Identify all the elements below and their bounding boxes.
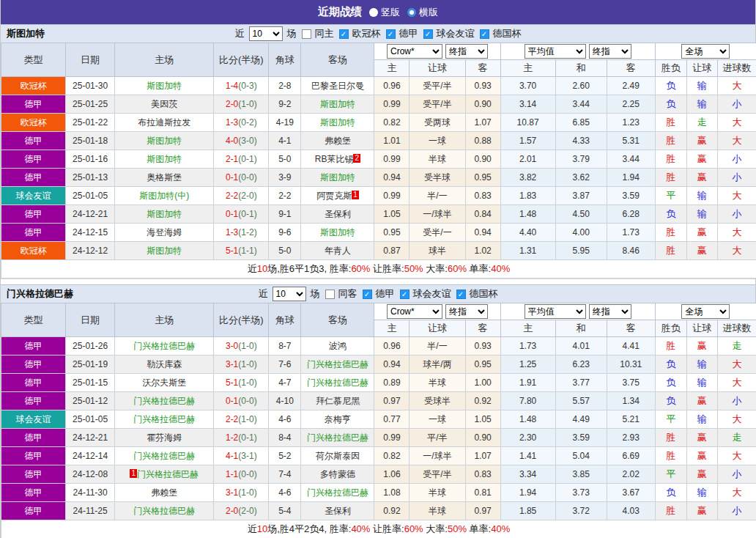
section-team-name: 斯图加特 [7,27,45,40]
average-odds-cell-0: 3.70 [500,77,555,95]
handicap-odds-cell-0: 0.95 [374,224,410,242]
bookmaker-select[interactable]: Crow* [387,304,442,319]
col-home-header: 主场 [115,303,214,337]
competition-label-0: 欧冠杯 [352,27,381,40]
same-venue-checkbox[interactable] [325,290,335,299]
match-row: 德甲24-12-081门兴格拉德巴赫1-1(0-0)7-4多特蒙德1.06受平/… [1,465,756,484]
result-cell-2: 大 [717,224,756,242]
radio-unselected-icon [407,8,416,17]
average-odds-cell-0: 1.25 [500,355,555,374]
competition-checkbox-2[interactable]: ✓ [456,290,466,299]
summary-stat-value: 40% [491,263,510,274]
competition-type-cell: 德甲 [1,429,66,447]
odds-stage-select[interactable]: 终指 [445,304,488,319]
result-cell-1: 赢 [686,242,717,260]
match-count-select[interactable]: 10 [249,26,283,41]
corner-cell: 2-2 [269,187,301,205]
handicap-odds-cell-0: 0.99 [374,429,410,447]
subheader-2: 客 [465,60,500,77]
score-cell: 2-0(2-0) [214,502,269,520]
score-cell: 1-2(0-1) [214,429,269,447]
bookmaker-select[interactable]: Crow* [387,44,442,59]
match-date-cell: 25-01-16 [66,150,115,169]
match-row: 德甲25-01-19勒沃库森3-1(1-0)7-6门兴格拉德巴赫0.94球半/两… [1,355,756,374]
halftime-score: (0-0) [238,469,256,479]
average-odds-cell-1: 5.04 [555,447,607,465]
competition-type-cell: 德甲 [1,205,66,224]
match-date-cell: 25-01-18 [66,132,115,150]
average-select[interactable]: 平均值 [525,44,586,59]
competition-checkbox-1[interactable]: ✓ [400,290,410,299]
match-row: 德甲25-01-16斯图加特2-1(0-1)5-0RB莱比锡20.99半球0.9… [1,150,756,169]
result-cell-0: 胜 [655,150,686,169]
competition-checkbox-0[interactable]: ✓ [363,290,372,299]
same-venue-checkbox[interactable] [302,29,311,39]
average-odds-cell-0: 1.94 [500,484,555,502]
score-cell: 0-1(0-0) [214,169,269,187]
home-team-cell: 门兴格拉德巴赫 [115,337,214,355]
fulltime-score: 0-1 [226,172,238,183]
odds-stage-select[interactable]: 终指 [445,44,488,59]
handicap-odds-cell-1: 一球 [410,132,465,150]
away-team-cell: 巴黎圣日尔曼 [301,77,374,95]
result-cell-0: 胜 [655,447,686,465]
score-cell: 0-1(0-1) [214,205,269,224]
team-name-text: 斯图加特 [147,209,182,219]
handicap-odds-cell-1: 受球半 [410,392,465,410]
result-cell-1: 赢 [686,169,717,187]
average-odds-cell-2: 6.69 [607,447,655,465]
team-name-text: 多特蒙德 [320,469,355,479]
section-gap [1,279,755,284]
subheader-7: 让球 [686,60,717,77]
away-team-cell: 拜仁慕尼黑 [301,392,374,410]
avg-stage-select[interactable]: 终指 [589,304,631,319]
radio-label-horizontal: 横版 [419,6,438,19]
match-row: 德甲25-01-26门兴格拉德巴赫3-0(1-0)8-7波鸿0.96半/一0.9… [1,337,756,355]
subheader-4: 和 [555,320,607,337]
handicap-odds-cell-2: 1.05 [465,410,500,429]
average-odds-cell-1: 4.50 [555,205,607,224]
average-odds-cell-0: 2.30 [500,429,555,447]
result-cell-2: 走 [717,429,756,447]
competition-checkbox-1[interactable]: ✓ [386,29,396,39]
handicap-odds-cell-0: 0.94 [374,355,410,374]
period-select[interactable]: 全场 [681,44,730,59]
subheader-6: 胜负 [655,60,686,77]
summary-row: 近10场,胜4平2负4, 胜率:40% 让胜率:60% 大率:50% 单率:40… [1,520,756,538]
team-name-text: 门兴格拉德巴赫 [307,487,368,498]
average-select[interactable]: 平均值 [525,304,586,319]
away-team-cell: 圣保利 [301,502,374,520]
layout-radio-vertical[interactable]: 竖版 [369,6,400,19]
halftime-score: (1-2) [238,227,256,237]
competition-label-3: 德国杯 [493,27,522,40]
layout-radio-horizontal[interactable]: 横版 [407,6,438,19]
same-venue-label: 同主 [315,27,334,40]
competition-checkbox-3[interactable]: ✓ [480,29,489,39]
result-cell-0: 平 [655,187,686,205]
home-team-cell: 1门兴格拉德巴赫 [115,465,214,484]
home-team-cell: 沃尔夫斯堡 [115,374,214,392]
competition-checkbox-2[interactable]: ✓ [423,29,433,39]
average-odds-cell-2: 1.34 [607,392,655,410]
team-name-text: 斯图加特 [147,136,182,146]
average-odds-cell-1: 6.23 [555,355,607,374]
score-cell: 1-3(0-2) [214,114,269,132]
team-name-text: 布拉迪斯拉发 [138,117,190,128]
avg-stage-select[interactable]: 终指 [589,44,631,59]
match-row: 德甲24-12-14门兴格拉德巴赫4-1(3-1)5-2荷尔斯泰因0.82一/球… [1,447,756,465]
crow-odds-group-header: Crow*终指 [374,43,500,60]
handicap-odds-cell-0: 0.82 [374,114,410,132]
match-date-cell: 24-12-12 [66,242,115,260]
handicap-odds-cell-0: 0.89 [374,374,410,392]
competition-checkbox-0[interactable]: ✓ [339,29,349,39]
section-team-name: 门兴格拉德巴赫 [7,287,73,301]
halftime-score: (3-1) [238,451,256,461]
handicap-odds-cell-2: 0.93 [465,77,500,95]
average-odds-cell-2: 2.02 [607,465,655,484]
period-select[interactable]: 全场 [681,304,730,319]
team-name-text: 门兴格拉德巴赫 [307,432,368,443]
average-odds-cell-1: 3.85 [555,465,607,484]
handicap-odds-cell-2: 0.88 [465,132,500,150]
match-count-select[interactable]: 10 [273,287,306,301]
match-date-cell: 24-11-25 [66,502,115,520]
